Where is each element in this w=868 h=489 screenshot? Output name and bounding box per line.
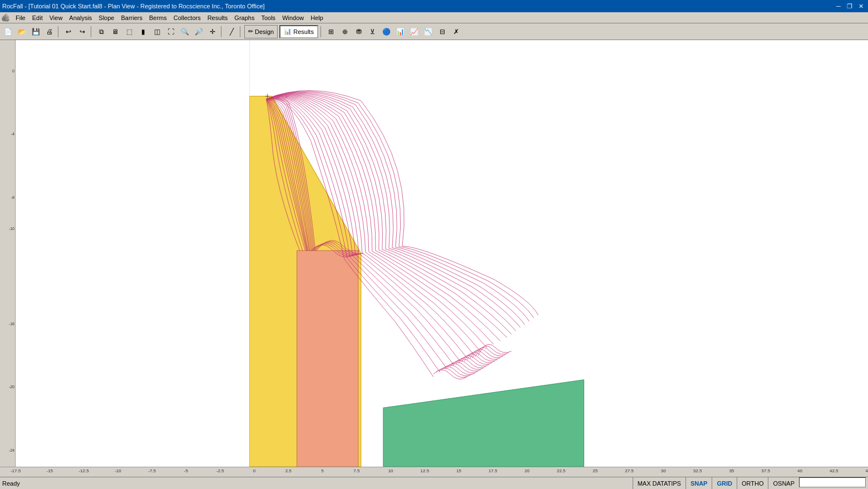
sep5 — [320, 26, 323, 37]
menu-graphs[interactable]: Graphs — [231, 13, 258, 22]
fullscreen-button[interactable]: ⛶ — [164, 25, 177, 38]
main-canvas[interactable] — [16, 40, 868, 467]
datatips-button[interactable]: 🔵 — [380, 25, 393, 38]
y-tick: -10 — [9, 227, 14, 231]
app-icon: 🪨 — [1, 13, 10, 22]
minimize-button[interactable]: ─ — [834, 1, 844, 11]
x-tick: 2.5 — [285, 468, 292, 473]
y-tick: -4 — [11, 132, 14, 136]
orange-barrier — [297, 251, 358, 467]
seed-button[interactable]: ⊕ — [338, 25, 352, 38]
menu-barriers[interactable]: Barriers — [117, 13, 146, 22]
results-mode-button[interactable]: 📊 Results — [279, 25, 318, 38]
redo-button[interactable]: ↪ — [76, 25, 89, 38]
x-tick: 25 — [593, 468, 598, 473]
grid-status[interactable]: GRID — [712, 477, 737, 490]
x-tick: 32.5 — [693, 468, 702, 473]
scene-svg — [16, 40, 868, 467]
menu-collectors[interactable]: Collectors — [170, 13, 204, 22]
x-tick: -17.5 — [11, 468, 21, 473]
zoom-out-button[interactable]: 🔎 — [192, 25, 205, 38]
x-tick: 27.5 — [625, 468, 634, 473]
x-tick: 20 — [525, 468, 530, 473]
menu-file[interactable]: File — [12, 13, 29, 22]
snap-status[interactable]: SNAP — [685, 477, 712, 490]
x-tick: 45 — [866, 468, 868, 473]
menu-tools[interactable]: Tools — [258, 13, 279, 22]
y-tick: -16 — [9, 322, 14, 326]
x-tick: -5 — [184, 468, 188, 473]
menu-help[interactable]: Help — [307, 13, 327, 22]
sep4 — [240, 26, 242, 37]
x-tick: -12.5 — [78, 468, 88, 473]
save-button[interactable]: 💾 — [29, 25, 42, 38]
line-chart-button[interactable]: 📈 — [408, 25, 421, 38]
y-tick: -8 — [11, 195, 14, 199]
coordinate-input[interactable] — [799, 477, 866, 487]
sep3 — [221, 26, 223, 37]
x-tick: 35 — [729, 468, 734, 473]
design-mode-button[interactable]: ✏ Design — [244, 25, 278, 38]
x-tick: -10 — [115, 468, 121, 473]
x-tick: -7.5 — [148, 468, 156, 473]
y-tick: 0 — [12, 69, 14, 73]
x-ruler: -17.5-15-12.5-10-7.5-5-2.502.557.51012.5… — [0, 467, 868, 477]
osnap-status[interactable]: OSNAP — [768, 477, 799, 490]
bar-chart-button[interactable]: 📊 — [394, 25, 407, 38]
max-datatips-status[interactable]: MAX DATATIPS — [633, 477, 685, 490]
x-tick: -15 — [46, 468, 53, 473]
undo-button[interactable]: ↩ — [62, 25, 75, 38]
menu-window[interactable]: Window — [279, 13, 307, 22]
x-tick: 5 — [321, 468, 323, 473]
ortho-status[interactable]: ORTHO — [737, 477, 768, 490]
filter-button[interactable]: ⛃ — [352, 25, 366, 38]
status-right: MAX DATATIPS SNAP GRID ORTHO OSNAP — [633, 477, 866, 490]
print-button[interactable]: 🖨 — [43, 25, 56, 38]
split-button[interactable]: ◫ — [150, 25, 164, 38]
cross-button[interactable]: ✗ — [450, 25, 463, 38]
menu-slope[interactable]: Slope — [95, 13, 117, 22]
menu-analysis[interactable]: Analysis — [66, 13, 95, 22]
close-button[interactable]: ✕ — [856, 1, 866, 11]
y-ruler: 0-4-8-10-16-20-24 — [0, 40, 16, 467]
slope-line-button[interactable]: ╱ — [225, 25, 238, 38]
x-tick: 40 — [797, 468, 802, 473]
results-icon: 📊 — [284, 28, 292, 35]
open-button[interactable]: 📂 — [15, 25, 28, 38]
menu-results[interactable]: Results — [204, 13, 231, 22]
results-label: Results — [293, 28, 314, 35]
new-button[interactable]: 📄 — [1, 25, 14, 38]
envelope-button[interactable]: ⊟ — [436, 25, 449, 38]
menu-view[interactable]: View — [46, 13, 66, 22]
x-tick: 17.5 — [489, 468, 497, 473]
x-tick: 22.5 — [557, 468, 566, 473]
x-tick: 0 — [253, 468, 255, 473]
window-controls: ─ ❐ ✕ — [834, 1, 866, 11]
restore-button[interactable]: ❐ — [845, 1, 855, 11]
y-tick: -20 — [9, 385, 14, 389]
menu-berms[interactable]: Berms — [146, 13, 170, 22]
status-ready: Ready — [2, 480, 20, 487]
content-area: 0-4-8-10-16-20-24 — [0, 40, 868, 477]
y-tick: -24 — [9, 448, 14, 452]
panel-button[interactable]: ▮ — [136, 25, 150, 38]
area-chart-button[interactable]: 📉 — [422, 25, 435, 38]
x-tick: 30 — [661, 468, 666, 473]
sep2 — [91, 26, 93, 37]
status-bar: Ready MAX DATATIPS SNAP GRID ORTHO OSNAP — [0, 477, 868, 489]
green-area — [383, 380, 584, 467]
x-tick: -2.5 — [216, 468, 224, 473]
select-button[interactable]: ⬚ — [122, 25, 136, 38]
table-button[interactable]: ⊞ — [324, 25, 338, 38]
zoom-in-button[interactable]: 🔍 — [178, 25, 191, 38]
window-title: RocFall - [Tutorial 01 Quick Start.fal8 … — [2, 3, 834, 9]
filter2-button[interactable]: ⊻ — [366, 25, 379, 38]
menu-bar: 🪨 File Edit View Analysis Slope Barriers… — [0, 12, 868, 23]
copy-button[interactable]: ⧉ — [95, 25, 108, 38]
canvas-wrapper: 0-4-8-10-16-20-24 — [0, 40, 868, 467]
title-bar: RocFall - [Tutorial 01 Quick Start.fal8 … — [0, 0, 868, 12]
display-button[interactable]: 🖥 — [108, 25, 122, 38]
pan-button[interactable]: ✛ — [206, 25, 219, 38]
x-tick: 37.5 — [761, 468, 770, 473]
menu-edit[interactable]: Edit — [29, 13, 46, 22]
